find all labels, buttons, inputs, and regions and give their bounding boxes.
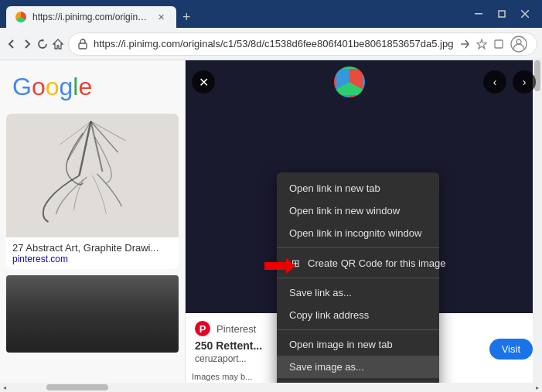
svg-marker-4 <box>53 39 63 49</box>
ctx-create-qr-label: Create QR Code for this image <box>308 257 445 269</box>
ctx-copy-link[interactable]: Copy link address <box>277 304 439 326</box>
image-1-source: pinterest.com <box>12 254 172 264</box>
scroll-left-arrow[interactable]: ◂ <box>0 383 9 392</box>
visit-button[interactable]: Visit <box>489 339 533 360</box>
window-controls <box>468 3 536 25</box>
ctx-save-image-label: Save image as... <box>289 361 364 373</box>
svg-marker-6 <box>477 39 486 49</box>
page-content: Google <box>0 60 542 383</box>
forward-btn[interactable] <box>22 33 32 55</box>
new-tab-button[interactable]: + <box>176 6 197 28</box>
lock-icon <box>78 39 87 49</box>
star-icon[interactable] <box>476 39 487 49</box>
ctx-divider-2 <box>277 278 439 278</box>
nav-arrows: ‹ › <box>483 70 536 94</box>
nav-bar: https://i.pinimg.com/originals/c1/53/8d/… <box>0 28 542 60</box>
ctx-open-new-tab-label: Open link in new tab <box>289 182 380 194</box>
ctx-save-image[interactable]: Save image as... <box>277 356 439 378</box>
browser-frame: https://i.pinimg.com/originals/c1... ✕ + <box>0 0 542 392</box>
close-preview-btn[interactable]: ✕ <box>192 70 215 94</box>
tab-favicon <box>15 12 26 22</box>
ctx-open-image-tab-label: Open image in new tab <box>289 339 393 350</box>
close-btn[interactable] <box>514 3 536 25</box>
tab-title: https://i.pinimg.com/originals/c1... <box>32 12 148 22</box>
maximize-btn[interactable] <box>491 3 513 25</box>
spinner-icon <box>334 66 365 97</box>
bottom-scroll-thumb[interactable] <box>46 384 108 390</box>
google-logo: Google <box>0 60 185 107</box>
sidebar: Google <box>0 60 186 383</box>
svg-point-9 <box>516 39 521 44</box>
svg-rect-7 <box>495 40 503 48</box>
ctx-copy-image[interactable]: Copy image <box>277 378 439 383</box>
ctx-open-incognito[interactable]: Open link in incognito window <box>277 222 439 244</box>
pinterest-name: Pinterest <box>216 323 256 335</box>
scroll-right-arrow[interactable]: ▸ <box>533 383 542 392</box>
image-1-info: 27 Abstract Art, Graphite Drawi... pinte… <box>6 237 179 269</box>
pinterest-logo: P <box>195 321 210 336</box>
ctx-divider-3 <box>277 329 439 330</box>
svg-rect-5 <box>79 43 87 49</box>
context-menu: Open link in new tab Open link in new wi… <box>277 172 439 383</box>
minimize-btn[interactable] <box>468 3 489 25</box>
profile-circle-icon[interactable] <box>510 36 527 53</box>
dark-image <box>6 275 179 353</box>
images-may-text: Images may b... <box>192 372 252 381</box>
image-1-placeholder <box>6 114 179 237</box>
title-bar: https://i.pinimg.com/originals/c1... ✕ + <box>0 0 542 28</box>
ctx-save-link[interactable]: Save link as... <box>277 281 439 304</box>
image-card-2[interactable] <box>6 275 179 353</box>
url-text: https://i.pinimg.com/originals/c1/53/8d/… <box>94 38 453 49</box>
active-tab[interactable]: https://i.pinimg.com/originals/c1... ✕ <box>6 6 176 28</box>
main-top-controls: ✕ ‹ › <box>186 66 542 97</box>
svg-rect-1 <box>499 11 505 17</box>
ctx-open-new-tab[interactable]: Open link in new tab <box>277 177 439 199</box>
home-btn[interactable] <box>53 33 63 55</box>
tab-close-btn[interactable]: ✕ <box>155 11 167 23</box>
ctx-save-link-label: Save link as... <box>289 287 352 298</box>
red-arrow-indicator <box>264 258 295 277</box>
image-card-1[interactable]: 27 Abstract Art, Graphite Drawi... pinte… <box>6 114 179 269</box>
ctx-copy-link-label: Copy link address <box>289 309 369 321</box>
bottom-scrollbar[interactable]: ◂ ▸ <box>0 383 542 392</box>
svg-marker-20 <box>264 258 295 274</box>
address-bar[interactable]: https://i.pinimg.com/originals/c1/53/8d/… <box>68 32 537 56</box>
back-btn[interactable] <box>6 33 17 55</box>
ctx-create-qr[interactable]: ⊞ Create QR Code for this image <box>277 251 439 274</box>
ctx-open-new-window-label: Open link in new window <box>289 205 400 216</box>
prev-btn[interactable]: ‹ <box>483 70 506 94</box>
ctx-divider-1 <box>277 247 439 248</box>
next-btn[interactable]: › <box>513 70 536 94</box>
scrollbar[interactable] <box>533 60 542 383</box>
puzzle-icon[interactable] <box>493 39 504 49</box>
tab-bar: https://i.pinimg.com/originals/c1... ✕ + <box>6 0 463 28</box>
image-2-placeholder <box>6 275 179 353</box>
svg-rect-0 <box>475 13 482 15</box>
ctx-open-image-tab[interactable]: Open image in new tab <box>277 333 439 356</box>
ctx-open-incognito-label: Open link in incognito window <box>289 227 421 239</box>
image-1-title: 27 Abstract Art, Graphite Drawi... <box>12 242 172 254</box>
share-icon <box>459 39 470 49</box>
reload-btn[interactable] <box>37 33 48 55</box>
ctx-open-new-window[interactable]: Open link in new window <box>277 199 439 222</box>
